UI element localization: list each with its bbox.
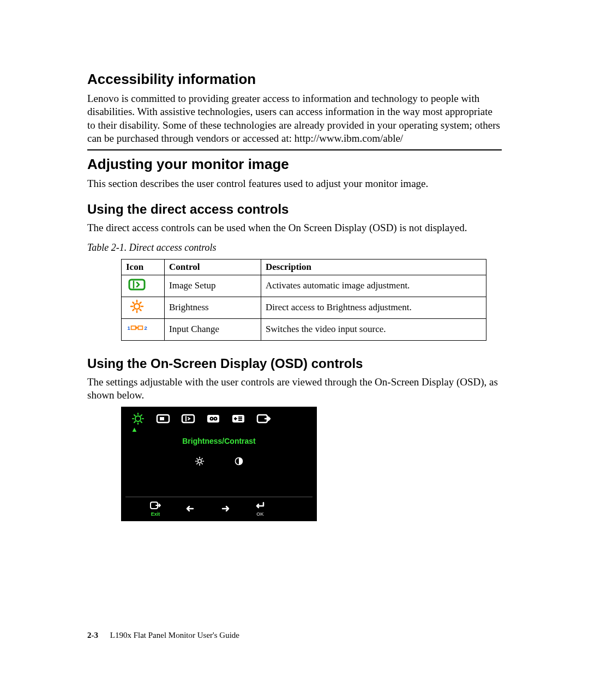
body-osd: The settings adjustable with the user co… — [87, 376, 502, 402]
svg-rect-24 — [160, 417, 164, 420]
brightness-icon — [126, 299, 148, 313]
table-row: Image Setup Activates automatic image ad… — [122, 275, 486, 297]
osd-caret-icon: ▲ — [131, 425, 310, 433]
svg-rect-11 — [131, 326, 136, 329]
osd-panel-label: Brightness/Contrast — [128, 437, 310, 445]
svg-line-43 — [201, 458, 202, 458]
body-direct-access: The direct access controls can be used w… — [87, 221, 502, 234]
table-header-control: Control — [165, 259, 261, 275]
heading-osd: Using the On-Screen Display (OSD) contro… — [87, 356, 502, 371]
table-caption: Table 2-1. Direct access controls — [87, 242, 502, 254]
svg-line-6 — [133, 302, 134, 303]
svg-line-20 — [141, 421, 142, 423]
cell-control: Image Setup — [165, 275, 261, 297]
svg-point-14 — [135, 416, 141, 421]
osd-ok-button-icon — [254, 500, 266, 510]
cell-description: Switches the video input source. — [261, 318, 486, 340]
svg-line-41 — [196, 458, 197, 458]
svg-line-8 — [140, 302, 141, 303]
osd-brightness-tab-icon — [130, 412, 146, 425]
osd-image-setup-tab-icon — [180, 412, 196, 425]
svg-rect-25 — [182, 415, 194, 423]
osd-panel: ▲ Brightness/Contrast — [121, 407, 317, 521]
section-divider — [87, 149, 502, 150]
input-change-icon: 1 2 — [126, 321, 148, 335]
svg-point-1 — [134, 304, 140, 309]
svg-line-42 — [201, 463, 202, 463]
cell-control: Brightness — [165, 297, 261, 318]
table-header-description: Description — [261, 259, 486, 275]
osd-exit-label: Exit — [151, 511, 160, 517]
cell-description: Activates automatic image adjustment. — [261, 275, 486, 297]
osd-brightness-option-icon — [195, 456, 205, 466]
footer-title: L190x Flat Panel Monitor User's Guide — [110, 631, 239, 639]
svg-point-30 — [215, 418, 216, 419]
heading-adjusting: Adjusting your monitor image — [87, 156, 502, 173]
page-number: 2-3 — [87, 631, 98, 639]
svg-point-36 — [197, 459, 201, 462]
osd-exit-button-icon — [149, 500, 161, 510]
svg-line-44 — [196, 463, 197, 463]
svg-line-9 — [133, 309, 134, 310]
svg-line-21 — [141, 415, 142, 416]
svg-rect-12 — [138, 326, 142, 329]
osd-exit-tab-icon — [255, 412, 272, 425]
svg-rect-0 — [129, 280, 145, 289]
svg-line-7 — [140, 309, 141, 310]
page-footer: 2-3 L190x Flat Panel Monitor User's Guid… — [87, 631, 239, 640]
cell-description: Direct access to Brightness adjustment. — [261, 297, 486, 318]
image-setup-icon — [126, 277, 148, 292]
table-row: 1 2 Input Change Switches the video inpu… — [122, 318, 486, 340]
body-accessibility: Lenovo is committed to providing greater… — [87, 92, 502, 145]
svg-line-22 — [134, 421, 135, 423]
svg-point-29 — [211, 418, 212, 419]
svg-text:2: 2 — [145, 325, 147, 331]
svg-line-19 — [134, 415, 135, 416]
osd-right-arrow-icon — [219, 504, 231, 514]
osd-image-properties-tab-icon — [205, 412, 221, 425]
cell-control: Input Change — [165, 318, 261, 340]
body-adjusting: This section describes the user control … — [87, 177, 502, 190]
heading-accessibility: Accessibility information — [87, 71, 502, 88]
table-row: Brightness Direct access to Brightness a… — [122, 297, 486, 318]
osd-ok-label: OK — [256, 511, 264, 517]
osd-left-arrow-icon — [184, 504, 196, 514]
svg-text:1: 1 — [127, 325, 130, 331]
osd-image-position-tab-icon — [155, 412, 171, 425]
osd-contrast-option-icon — [234, 456, 244, 466]
table-header-icon: Icon — [122, 259, 165, 275]
direct-access-table: Icon Control Description Image Setup Act… — [121, 259, 486, 341]
heading-direct-access: Using the direct access controls — [87, 202, 502, 217]
osd-options-tab-icon — [230, 412, 247, 425]
